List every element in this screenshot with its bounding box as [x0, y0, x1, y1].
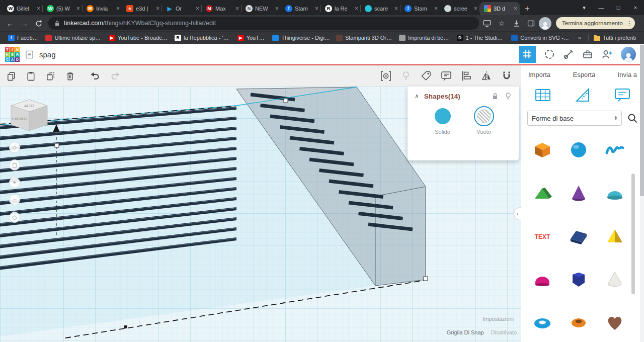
shape-pyramid[interactable]	[599, 221, 631, 251]
ruler-icon[interactable]	[575, 88, 591, 103]
shape-text[interactable]: TEXT	[526, 221, 558, 251]
settings-link[interactable]: Impostazioni	[482, 316, 514, 322]
browser-tab[interactable]: scree×	[440, 2, 480, 15]
shape-round-roof[interactable]	[526, 265, 558, 295]
account-avatar[interactable]	[621, 47, 636, 62]
undo-button[interactable]	[90, 70, 101, 81]
browser-tab[interactable]: fStam×	[281, 2, 321, 15]
fit-view-button[interactable]: ◻	[9, 159, 20, 170]
tab-close-button[interactable]: ×	[156, 5, 159, 12]
shape-sphere[interactable]	[562, 135, 595, 165]
lightbulb-icon[interactable]	[505, 92, 512, 100]
bookmark-star-icon[interactable]: ☆	[495, 17, 508, 30]
browser-tab[interactable]: scare×	[361, 2, 400, 15]
bookmark-item[interactable]: Ultime notizie sport...	[42, 35, 106, 41]
close-button[interactable]: ×	[627, 5, 644, 11]
group-tag-icon[interactable]	[420, 70, 432, 82]
browser-tab[interactable]: ee3d |×	[122, 2, 162, 15]
all-bookmarks-folder[interactable]: Tutti i preferiti	[591, 35, 639, 41]
shape-box[interactable]	[526, 135, 558, 165]
tab-close-button[interactable]: ×	[394, 5, 398, 12]
blocks-grid-icon[interactable]	[519, 46, 536, 63]
shape-paraboloid[interactable]	[599, 265, 631, 295]
tab-close-button[interactable]: ×	[196, 5, 199, 12]
site-lock-icon[interactable]	[54, 20, 60, 27]
solid-option[interactable]: Solido	[433, 106, 453, 135]
view-cube[interactable]: ALTO FRONTE	[4, 92, 56, 140]
tab-close-button[interactable]: ×	[235, 5, 239, 12]
download-icon[interactable]	[510, 17, 523, 30]
bookmark-item[interactable]: ▶YouTube	[234, 35, 270, 41]
send-button[interactable]: Invia a	[618, 71, 637, 78]
shape-heart[interactable]	[599, 308, 631, 338]
bookmark-item[interactable]: D1 - The Studio -...	[454, 35, 509, 41]
mirror-icon[interactable]	[480, 70, 493, 82]
browser-tab[interactable]: 3D d×	[480, 2, 520, 15]
delete-button[interactable]	[65, 71, 75, 81]
bookmark-item[interactable]: Rla Repubblica - 'Ne...	[172, 35, 234, 41]
notes-icon[interactable]	[614, 88, 631, 103]
rotate-handle[interactable]	[124, 325, 127, 328]
tab-close-button[interactable]: ×	[37, 5, 40, 12]
design-title[interactable]: spag	[39, 50, 56, 59]
minimize-button[interactable]: —	[593, 5, 610, 11]
forward-button[interactable]: →	[18, 17, 31, 30]
browser-tab[interactable]: fStam×	[400, 2, 440, 15]
shape-cone[interactable]	[562, 178, 595, 208]
bookmarks-overflow-chevron[interactable]: »	[573, 35, 586, 41]
bookmark-item[interactable]: ▶YouTube - Broadcas...	[106, 35, 172, 41]
shape-wedge[interactable]	[562, 221, 595, 251]
lock-icon[interactable]	[492, 93, 499, 100]
tab-close-button[interactable]: ×	[275, 5, 279, 12]
browser-tab[interactable]: Rla Re×	[321, 2, 361, 15]
shape-roof[interactable]	[526, 178, 558, 208]
bookmark-item[interactable]: Converti in SVG - C...	[508, 35, 573, 41]
tinkercad-logo[interactable]: TINKERCAD	[5, 47, 20, 62]
browser-tab[interactable]: W(5) W×	[43, 2, 83, 15]
sidebar-scrollbar[interactable]	[631, 174, 635, 294]
page-scrollbar-thumb[interactable]	[640, 45, 644, 196]
browser-profile-avatar[interactable]	[539, 17, 551, 30]
new-tab-button[interactable]: +	[521, 2, 534, 15]
note-icon[interactable]	[440, 70, 452, 82]
side-panel-icon[interactable]	[524, 17, 537, 30]
tab-close-button[interactable]: ×	[434, 5, 438, 12]
browser-tab[interactable]: WGillet×	[3, 2, 43, 15]
tab-close-button[interactable]: ×	[355, 5, 358, 12]
align-icon[interactable]	[460, 70, 472, 82]
shape-torus[interactable]	[526, 308, 558, 338]
tab-close-button[interactable]: ×	[315, 5, 318, 12]
address-bar[interactable]: tinkercad.com/things/hKYWbalCfgq-stunnin…	[48, 17, 479, 30]
tab-close-button[interactable]: ×	[76, 5, 80, 12]
duplicate-button[interactable]	[45, 71, 56, 81]
bookmark-item[interactable]: Thingiverse - Digita...	[269, 35, 333, 41]
tab-close-button[interactable]: ×	[474, 5, 477, 12]
tab-search-icon[interactable]: ▾	[576, 5, 593, 11]
scale-handle[interactable]	[55, 143, 59, 147]
copy-button[interactable]	[6, 71, 17, 81]
invite-person-icon[interactable]	[601, 49, 613, 60]
workplane-icon[interactable]	[534, 88, 551, 103]
cast-icon[interactable]	[480, 17, 494, 30]
zoom-in-button[interactable]: +	[9, 177, 20, 188]
back-button[interactable]: ←	[4, 17, 17, 30]
tab-close-button[interactable]: ×	[116, 5, 120, 12]
briefcase-icon[interactable]	[582, 49, 593, 60]
hole-option[interactable]: Vuoto	[474, 106, 494, 135]
tab-close-button[interactable]: ×	[514, 5, 517, 12]
maximize-button[interactable]: □	[610, 5, 627, 11]
scale-handle[interactable]	[284, 99, 288, 103]
collapse-chevron-icon[interactable]: ∧	[415, 93, 419, 100]
update-browser-button[interactable]: Termina aggiornamento ⋮	[556, 17, 635, 29]
redo-button[interactable]	[110, 70, 121, 81]
viewcube-top-label[interactable]: ALTO	[24, 104, 34, 108]
search-shapes-icon[interactable]	[627, 113, 638, 124]
snap-grid-value[interactable]: Disattivato	[491, 329, 517, 335]
paste-button[interactable]	[26, 71, 36, 81]
bricks-icon[interactable]	[544, 49, 555, 60]
shape-category-select[interactable]: Forme di base ▲▼	[527, 111, 622, 126]
shape-tube[interactable]	[562, 308, 595, 338]
viewcube-front-label[interactable]: FRONTE	[13, 117, 28, 121]
reload-button[interactable]	[32, 17, 45, 30]
browser-tab[interactable]: MMax×	[202, 2, 242, 15]
